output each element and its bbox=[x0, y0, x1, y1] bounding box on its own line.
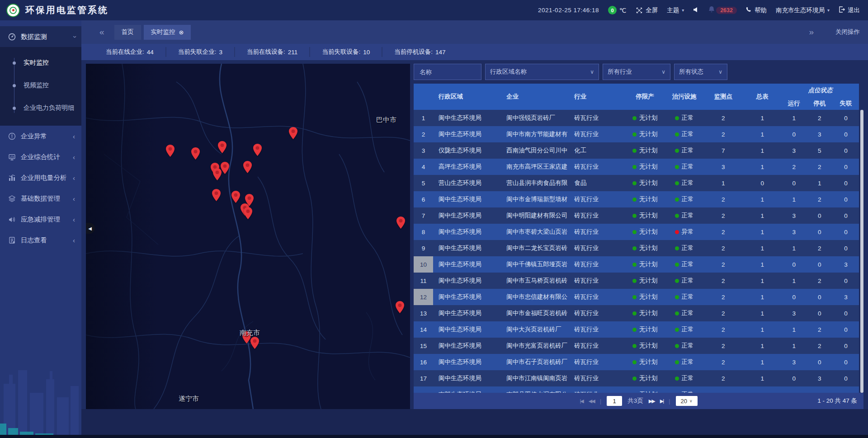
sidebar-item-power-load-detail[interactable]: 企业电力负荷明细 bbox=[0, 97, 81, 119]
row-region: 阆中生态环境局 bbox=[433, 354, 501, 370]
row-region: 阆中生态环境局 bbox=[433, 305, 501, 321]
table-row[interactable]: 2阆中生态环境局阆中市南方节能建材有砖瓦行业无计划正常21030 bbox=[414, 126, 859, 142]
page-size-select[interactable]: 20 ∨ bbox=[676, 396, 698, 406]
map-pin[interactable] bbox=[231, 191, 240, 203]
row-stopped: 2 bbox=[807, 159, 833, 175]
map-pin[interactable] bbox=[191, 147, 200, 160]
page-number-input[interactable] bbox=[607, 396, 622, 406]
status-dot-icon bbox=[675, 311, 679, 316]
sidebar-item-enterprise-statistics[interactable]: 企业综合统计 ‹ bbox=[0, 146, 81, 167]
table-row[interactable]: 8阆中生态环境局阆中市枣碧大梁山页岩砖瓦行业无计划异常21300 bbox=[414, 224, 859, 240]
table-row[interactable]: 5营山生态环境局营山县润丰肉食品有限食品无计划正常10010 bbox=[414, 175, 859, 191]
tab-home[interactable]: 首页 bbox=[114, 25, 141, 40]
close-operations-button[interactable]: 关闭操作 bbox=[835, 28, 860, 36]
table-row[interactable]: 17阆中生态环境局阆中市江南镇阆南页岩砖瓦行业无计划正常21030 bbox=[414, 370, 859, 386]
row-stopped: 0 bbox=[807, 289, 833, 305]
status-select[interactable]: 所有状态 ∨ bbox=[674, 64, 727, 80]
logout-button[interactable]: 退出 bbox=[839, 6, 860, 14]
row-company: 南部县双佳水泥有限公 bbox=[501, 386, 569, 393]
prev-page-button[interactable]: ◀◀ bbox=[589, 398, 594, 404]
row-meters: 1 bbox=[743, 191, 782, 207]
map-pin[interactable] bbox=[396, 301, 404, 313]
row-region: 营山生态环境局 bbox=[433, 175, 501, 191]
table-row[interactable]: 13阆中生态环境局阆中市金福旺页岩机砖砖瓦行业无计划正常21300 bbox=[414, 305, 859, 321]
row-region: 阆中生态环境局 bbox=[433, 338, 501, 354]
table-row[interactable]: 11阆中生态环境局阆中市五马桥页岩机砖砖瓦行业无计划正常21120 bbox=[414, 273, 859, 289]
status-dot-icon bbox=[632, 328, 637, 332]
column-header-stopped: 停机 bbox=[807, 97, 833, 110]
row-industry: 砖瓦行业 bbox=[569, 191, 624, 207]
row-limit-status: 无计划 bbox=[624, 321, 665, 338]
tabs-scroll-left-button[interactable]: « bbox=[99, 27, 104, 37]
map-pin[interactable] bbox=[213, 168, 222, 180]
status-dot-icon bbox=[675, 198, 679, 202]
row-points: 2 bbox=[703, 191, 743, 207]
sidebar-item-power-analysis[interactable]: 企业用电量分析 ‹ bbox=[0, 167, 81, 188]
last-page-button[interactable]: ▶| bbox=[660, 398, 663, 404]
row-lost: 0 bbox=[833, 321, 859, 338]
table-row[interactable]: 3仪陇生态环境局西南油气田分公司川中化工无计划正常71350 bbox=[414, 142, 859, 159]
region-select[interactable]: 行政区域名称 ∨ bbox=[485, 64, 599, 80]
sidebar-item-video-monitor[interactable]: 视频监控 bbox=[0, 74, 81, 97]
fullscreen-button[interactable]: 全屏 bbox=[635, 6, 658, 14]
map-pin[interactable] bbox=[250, 337, 259, 349]
table-row[interactable]: 1阆中生态环境局阆中强锐页岩砖厂砖瓦行业无计划正常21120 bbox=[414, 110, 859, 126]
table-row[interactable]: 7阆中生态环境局阆中明阳建材有限公司砖瓦行业无计划正常21300 bbox=[414, 207, 859, 224]
next-page-button[interactable]: ▶▶ bbox=[649, 398, 655, 404]
row-limit-status: 无计划 bbox=[624, 110, 665, 126]
table-row[interactable]: 6阆中生态环境局阆中市金博瑞新型墙材砖瓦行业无计划正常21120 bbox=[414, 191, 859, 207]
row-running: 3 bbox=[782, 142, 807, 159]
column-header-lost: 失联 bbox=[833, 97, 859, 110]
map-pin[interactable] bbox=[396, 217, 405, 229]
map-pin[interactable] bbox=[218, 141, 226, 153]
map-panel[interactable]: ◀ 巴中市南充市遂宁市 bbox=[86, 64, 410, 409]
sidebar-item-realtime-monitor[interactable]: 实时监控 bbox=[0, 52, 81, 74]
row-points: 2 bbox=[703, 305, 743, 321]
map-pin[interactable] bbox=[253, 144, 262, 156]
row-points: 1 bbox=[703, 175, 743, 191]
table-row[interactable]: 15阆中生态环境局阆中市光富页岩机砖厂砖瓦行业无计划正常21120 bbox=[414, 338, 859, 354]
sidebar-item-data-monitoring[interactable]: 数据监测 ‹ bbox=[0, 26, 81, 47]
map-pin[interactable] bbox=[244, 207, 252, 219]
table-scrollbar[interactable] bbox=[860, 110, 863, 393]
table-body-viewport[interactable]: 1阆中生态环境局阆中强锐页岩砖厂砖瓦行业无计划正常211202阆中生态环境局阆中… bbox=[414, 110, 863, 393]
temperature-unit: ℃ bbox=[619, 7, 626, 14]
notifications-button[interactable]: 2632 bbox=[708, 6, 737, 14]
table-row[interactable]: 4高坪生态环境局南充市高坪区王家店建砖瓦行业无计划正常31220 bbox=[414, 159, 859, 175]
row-meters: 1 bbox=[743, 224, 782, 240]
table-row[interactable]: 10阆中生态环境局阆中千佛镇五郎垭页岩砖瓦行业无计划正常21003 bbox=[414, 256, 859, 273]
map-pin[interactable] bbox=[221, 162, 229, 174]
name-filter[interactable] bbox=[414, 64, 481, 80]
map-pin[interactable] bbox=[166, 145, 175, 157]
tab-bar: « 首页 实时监控 ⊗ » 关闭操作 bbox=[81, 20, 868, 44]
industry-select[interactable]: 所有行业 ∨ bbox=[603, 64, 670, 80]
map-pin[interactable] bbox=[243, 161, 252, 173]
status-dot-icon bbox=[675, 279, 679, 283]
tab-realtime-monitor[interactable]: 实时监控 ⊗ bbox=[144, 25, 191, 40]
table-row[interactable]: 18南部生态环境局南部县双佳水泥有限公砖瓦行业无计划正常21030 bbox=[414, 386, 859, 393]
row-limit-status: 无计划 bbox=[624, 142, 665, 159]
row-region: 阆中生态环境局 bbox=[433, 126, 501, 142]
map-pin[interactable] bbox=[212, 189, 221, 201]
status-dot-icon bbox=[632, 165, 637, 169]
tab-close-icon[interactable]: ⊗ bbox=[179, 29, 184, 36]
sidebar-item-enterprise-anomaly[interactable]: 企业异常 ‹ bbox=[0, 126, 81, 146]
table-row[interactable]: 9阆中生态环境局阆中市二龙长宝页岩砖砖瓦行业无计划正常21120 bbox=[414, 240, 859, 256]
sidebar-item-base-data[interactable]: 基础数据管理 ‹ bbox=[0, 188, 81, 209]
org-menu[interactable]: 南充市生态环境局 ▾ bbox=[776, 6, 830, 14]
tabs-scroll-right-button[interactable]: » bbox=[809, 27, 814, 37]
help-button[interactable]: 帮助 bbox=[746, 6, 767, 14]
name-filter-input[interactable] bbox=[419, 68, 476, 76]
sidebar-item-log-view[interactable]: 日志查看 ‹ bbox=[0, 230, 81, 250]
row-stopped: 0 bbox=[807, 224, 833, 240]
table-row[interactable]: 14阆中生态环境局阆中大兴页岩机砖厂砖瓦行业无计划正常21120 bbox=[414, 321, 859, 338]
row-lost: 0 bbox=[833, 191, 859, 207]
table-row[interactable]: 16阆中生态环境局阆中市石子页岩机砖厂砖瓦行业无计划正常21300 bbox=[414, 354, 859, 370]
table-row[interactable]: 12阆中生态环境局阆中市忠信建材有限公砖瓦行业无计划正常21003 bbox=[414, 289, 859, 305]
status-dot-icon bbox=[675, 165, 679, 169]
sidebar-item-emission-reduction[interactable]: 应急减排管理 ‹ bbox=[0, 209, 81, 230]
map-pin[interactable] bbox=[289, 127, 297, 139]
first-page-button[interactable]: |◀ bbox=[580, 398, 583, 404]
theme-menu[interactable]: 主题 ▾ bbox=[667, 6, 684, 14]
mute-button[interactable] bbox=[693, 7, 699, 14]
